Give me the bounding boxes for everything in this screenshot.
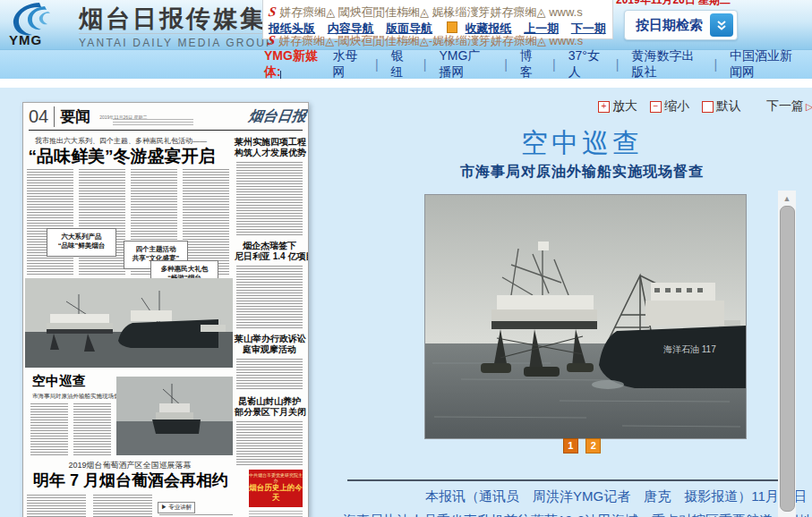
garbled-text-bottom: 姘存瘝缃◬-閾炴亱閴佳栴缃◬-娓椽缁濅笌姘存瘝缃◬ www.s xyxy=(278,34,583,47)
paper-side-headline-2: 烟企杰瑞签下 尼日利亚 1.4 亿项目 xyxy=(235,241,304,262)
paper-photo-large xyxy=(25,278,233,368)
zoom-in-button[interactable]: + 放大 xyxy=(598,98,637,114)
article-title: 空中巡查 xyxy=(358,125,806,162)
navlink-wine-news[interactable]: 中国酒业新闻网 xyxy=(730,48,799,81)
newsprint-text-block xyxy=(236,421,303,466)
nav-separator: | xyxy=(504,57,508,72)
navlink-shuimu[interactable]: 水母网 xyxy=(332,48,362,81)
site-title-en: YANTAI DAILY MEDIA GROUP xyxy=(79,33,294,49)
article-photo[interactable]: 海洋石油 117 xyxy=(424,194,747,439)
current-date-text: 2019年11月26日 星期二 xyxy=(616,0,731,8)
paper-side-headline-4: 昆嵛山封山养护 部分景区下月关闭 xyxy=(235,396,304,418)
triangle-right-icon: ▷ xyxy=(806,101,812,113)
paper-headline-1: “品味鲜美”冬游盛宴开启 xyxy=(23,145,220,168)
next-article-button[interactable]: 下一篇 ▷ xyxy=(766,98,812,114)
newsprint-text-block xyxy=(236,359,303,391)
newsprint-text-block xyxy=(249,511,303,517)
navbar-label: YMG新媒体: xyxy=(264,48,320,81)
newsprint-text-block xyxy=(93,495,152,517)
newsprint-text-block xyxy=(27,495,86,517)
navlink-37-women[interactable]: 37°女人 xyxy=(568,48,603,81)
nav-separator: | xyxy=(552,57,556,72)
default-size-button[interactable]: 默认 xyxy=(702,98,741,114)
paper-side-headline-3: 莱山举办行政诉讼 庭审观摩活动 xyxy=(235,334,304,355)
article-body-line1: 本报讯（通讯员 周洪洋YMG记者 唐克 摄影报道）11月26日，烟台 xyxy=(343,484,783,508)
empty-box-icon xyxy=(702,101,714,113)
paper-feature-box-1: 六大系列产品 “品味”鲜美烟台 xyxy=(47,228,116,257)
paper-masthead: 烟台日报 xyxy=(248,107,308,126)
nav-separator: | xyxy=(714,57,717,72)
plus-box-icon: + xyxy=(598,101,610,113)
paper-page-number: 04 xyxy=(29,106,48,127)
article-body: 本报讯（通讯员 周洪洋YMG记者 唐克 摄影报道）11月26日，烟台 海事局执法… xyxy=(343,484,783,517)
navlink-ymg-radio[interactable]: YMG广播网 xyxy=(439,48,491,81)
paper-tiny-credits xyxy=(113,119,193,125)
paper-rule xyxy=(29,130,303,131)
article-divider xyxy=(347,479,779,481)
article-body-line2: 海事局执法人员乘坐直升机前往蓬莱19-3油田海域，重点对辖区重要航道、锚地 xyxy=(343,508,783,517)
minus-box-icon: − xyxy=(650,101,662,113)
ship-name-text: 海洋石油 117 xyxy=(663,344,716,354)
paper-photo-small xyxy=(116,377,233,455)
ymg-wave-logo-icon xyxy=(9,1,64,37)
page-2-button[interactable]: 2 xyxy=(585,438,601,453)
ymg-wordmark: YMG xyxy=(9,32,42,47)
article-toolbar: + 放大 − 缩小 默认 下一篇 ▷ xyxy=(598,98,811,114)
garbled-link-top[interactable]: S姘存瘝缃◬ 閾炴亱閴佳栴缃◬ 娓椽缁濅笌姘存瘝缃◬ www.s xyxy=(269,4,583,21)
default-size-label: 默认 xyxy=(716,98,741,114)
zoom-out-button[interactable]: − 缩小 xyxy=(650,98,689,114)
scrollbar-thumb[interactable] xyxy=(780,206,795,512)
nav-separator: | xyxy=(423,57,427,72)
newsprint-text-block xyxy=(79,169,125,276)
logo-text-block: 烟台日报传媒集团 YANTAI DAILY MEDIA GROUP xyxy=(79,6,294,49)
zoom-in-label: 放大 xyxy=(612,98,637,114)
divider-strip xyxy=(0,79,812,88)
search-by-date-button[interactable]: 按日期检索 xyxy=(624,10,738,40)
paper-side-headline-1: 莱州实施四项工程 构筑人才发展优势 xyxy=(235,137,304,158)
next-article-label: 下一篇 xyxy=(766,98,804,114)
garbled-link-bottom[interactable]: S姘存瘝缃◬-閾炴亱閴佳栴缃◬-娓椽缁濅笌姘存瘝缃◬ www.s xyxy=(268,33,583,49)
paper-section-name: 要闻 xyxy=(54,106,90,127)
newspaper-page-preview[interactable]: 04 要闻 2019年11月26日 星期二 烟台日报 我市推出六大系列、四个主题… xyxy=(22,102,309,517)
page-1-button[interactable]: 1 xyxy=(563,438,578,453)
newsprint-text-block xyxy=(30,403,68,457)
nav-separator: | xyxy=(616,57,620,72)
photo-pagination: 1 2 xyxy=(358,436,806,453)
newsprint-text-block xyxy=(236,266,303,328)
navlink-yinniu[interactable]: 银纽 xyxy=(391,48,411,81)
paper-headline-2: 空中巡查 市海事局对原油外输船实施现场督查 xyxy=(32,373,125,401)
zoom-out-label: 缩小 xyxy=(664,98,689,114)
paper-history-box: 中共烟台市委党史研究院主办 烟台历史上的今天 xyxy=(249,470,303,507)
site-title-cn: 烟台日报传媒集团 xyxy=(79,6,294,31)
navlink-huanghai-press[interactable]: 黄海数字出版社 xyxy=(632,48,702,81)
script-s-icon: S xyxy=(267,33,277,48)
bookmark-icon xyxy=(447,21,457,33)
script-s-icon: S xyxy=(268,4,278,20)
newsprint-text-block xyxy=(236,162,303,237)
newsprint-text-block xyxy=(73,403,111,457)
navlink-blog[interactable]: 博客 xyxy=(520,48,540,81)
article-subtitle: 市海事局对原油外输船实施现场督查 xyxy=(358,163,806,182)
garbled-text-top: 姘存瘝缃◬ 閾炴亱閴佳栴缃◬ 娓椽缁濅笌姘存瘝缃◬ www.s xyxy=(279,5,582,19)
newsprint-text-block xyxy=(27,169,73,276)
nav-separator: | xyxy=(375,57,379,72)
media-navbar: YMG新媒体: 水母网 | 银纽 | YMG广播网 | 博客 | 37°女人 |… xyxy=(0,49,812,79)
ships-photo-graphic: 海洋石油 117 xyxy=(425,195,746,438)
paper-play-badge: ▶ 专业讲解 xyxy=(158,502,195,513)
paper-headline-3: 明年 7 月烟台葡酒会再相约 xyxy=(23,470,238,491)
chevron-double-down-icon[interactable] xyxy=(710,13,733,37)
search-by-date-label: 按日期检索 xyxy=(636,17,703,34)
scrollbar-up-arrow-icon[interactable]: ▲ xyxy=(781,193,793,204)
page-root: YMG 烟台日报传媒集团 YANTAI DAILY MEDIA GROUP 20… xyxy=(0,0,812,517)
